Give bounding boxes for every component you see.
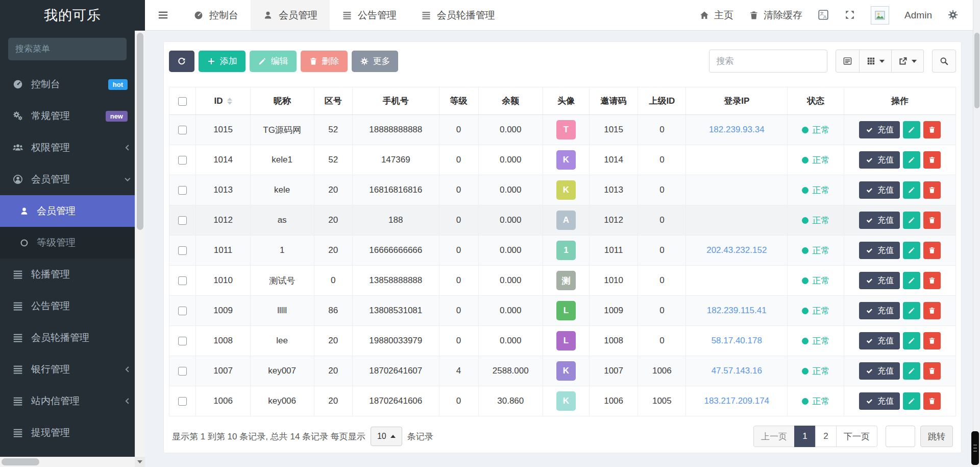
delete-row-button[interactable]: [923, 121, 941, 138]
recharge-button[interactable]: 充值: [859, 121, 900, 138]
delete-row-button[interactable]: [923, 362, 941, 380]
recharge-button[interactable]: 充值: [859, 392, 900, 410]
login-ip-link[interactable]: 182.239.115.41: [707, 306, 767, 315]
login-ip-link[interactable]: 47.57.143.16: [712, 366, 762, 376]
row-checkbox[interactable]: [178, 367, 187, 376]
sidebar-subitem-level-manage[interactable]: 等级管理: [0, 227, 145, 259]
sidebar-item-members[interactable]: 会员管理: [0, 164, 145, 195]
search-button[interactable]: [932, 50, 956, 73]
edit-row-button[interactable]: [903, 392, 920, 410]
login-ip-link[interactable]: 202.43.232.152: [706, 245, 767, 255]
tab-console[interactable]: 控制台: [181, 0, 251, 30]
scrollbar-corner-button[interactable]: [135, 457, 145, 467]
prev-page-button[interactable]: 上一页: [753, 426, 795, 447]
edit-row-button[interactable]: [903, 151, 920, 169]
row-checkbox[interactable]: [178, 216, 187, 225]
sidebar-item-general[interactable]: 常规管理 new: [0, 100, 145, 132]
fullscreen-button[interactable]: [844, 9, 855, 20]
next-page-button[interactable]: 下一页: [836, 426, 877, 447]
scrollbar-thumb[interactable]: [974, 33, 979, 108]
home-link[interactable]: 主页: [699, 9, 733, 22]
sidebar-subitem-member-manage[interactable]: 会员管理: [0, 195, 145, 227]
delete-row-button[interactable]: [923, 332, 941, 349]
edit-row-button[interactable]: [903, 302, 920, 319]
jump-page-input[interactable]: [886, 426, 915, 447]
row-checkbox[interactable]: [178, 246, 187, 255]
delete-row-button[interactable]: [923, 181, 941, 199]
scrollbar-thumb[interactable]: [137, 33, 143, 230]
row-checkbox[interactable]: [178, 276, 187, 285]
sidebar-item-member-carousel[interactable]: 会员轮播管理: [0, 322, 145, 354]
edit-row-button[interactable]: [903, 242, 920, 259]
sidebar-search-input[interactable]: [15, 44, 128, 54]
recharge-button[interactable]: 充值: [859, 302, 900, 319]
recharge-button[interactable]: 充值: [859, 212, 900, 229]
column-id[interactable]: ID: [196, 87, 250, 115]
recharge-button[interactable]: 充值: [859, 272, 900, 289]
table-search-input[interactable]: [709, 50, 827, 73]
recharge-button[interactable]: 充值: [859, 362, 900, 380]
sidebar-item-announcement[interactable]: 公告管理: [0, 290, 145, 322]
detail-view-button[interactable]: [836, 50, 860, 73]
page-vertical-scrollbar[interactable]: [973, 0, 980, 467]
user-avatar[interactable]: [871, 6, 889, 25]
tab-announcement[interactable]: 公告管理: [330, 0, 409, 30]
jump-button[interactable]: 跳转: [920, 426, 953, 447]
columns-button[interactable]: [860, 50, 892, 73]
recharge-button[interactable]: 充值: [859, 242, 900, 259]
sidebar-item-permissions[interactable]: 权限管理: [0, 132, 145, 164]
recharge-button[interactable]: 充值: [859, 332, 900, 349]
delete-row-button[interactable]: [923, 212, 941, 229]
page-button-2[interactable]: 2: [815, 426, 837, 447]
delete-row-button[interactable]: [923, 392, 941, 410]
clear-cache-link[interactable]: 清除缓存: [749, 9, 802, 22]
edit-row-button[interactable]: [903, 362, 920, 380]
recharge-button[interactable]: 充值: [859, 151, 900, 169]
delete-row-button[interactable]: [923, 272, 941, 289]
trash-icon: [928, 397, 936, 405]
sidebar-item-console[interactable]: 控制台 hot: [0, 68, 145, 100]
floating-handle[interactable]: [971, 431, 979, 465]
refresh-button[interactable]: [169, 51, 194, 72]
sidebar-item-bank[interactable]: 银行管理: [0, 354, 145, 385]
sidebar-item-withdraw[interactable]: 提现管理: [0, 417, 145, 449]
export-button[interactable]: [892, 50, 924, 73]
tab-member-manage[interactable]: 会员管理: [251, 0, 330, 30]
sidebar-toggle-button[interactable]: [145, 0, 181, 30]
delete-row-button[interactable]: [923, 151, 941, 169]
delete-row-button[interactable]: [923, 242, 941, 259]
edit-row-button[interactable]: [903, 181, 920, 199]
row-checkbox[interactable]: [178, 337, 187, 345]
row-checkbox[interactable]: [178, 186, 187, 195]
edit-row-button[interactable]: [903, 332, 920, 349]
edit-row-button[interactable]: [903, 272, 920, 289]
delete-button[interactable]: 删除: [301, 51, 348, 72]
sidebar-horizontal-scrollbar[interactable]: [0, 457, 135, 467]
row-checkbox[interactable]: [178, 156, 187, 165]
select-all-checkbox[interactable]: [178, 97, 187, 106]
row-checkbox[interactable]: [178, 307, 187, 315]
scrollbar-thumb[interactable]: [2, 458, 39, 465]
edit-row-button[interactable]: [903, 212, 920, 229]
recharge-button[interactable]: 充值: [859, 181, 900, 199]
add-button[interactable]: 添加: [199, 51, 246, 72]
row-checkbox[interactable]: [178, 397, 187, 406]
tab-member-carousel[interactable]: 会员轮播管理: [409, 0, 507, 30]
settings-button[interactable]: [947, 9, 959, 20]
language-button[interactable]: 文A: [818, 9, 829, 20]
username-menu[interactable]: Admin: [904, 10, 932, 21]
login-ip-link[interactable]: 58.17.40.178: [712, 336, 762, 345]
delete-row-button[interactable]: [923, 302, 941, 319]
edit-button[interactable]: 编辑: [250, 51, 297, 72]
login-ip-link[interactable]: 183.217.209.174: [704, 396, 769, 406]
sidebar-item-carousel[interactable]: 轮播管理: [0, 259, 145, 290]
page-size-select[interactable]: 10: [371, 427, 402, 446]
login-ip-link[interactable]: 182.239.93.34: [709, 125, 765, 134]
pencil-icon: [908, 156, 916, 164]
page-button-1[interactable]: 1: [794, 426, 816, 447]
row-checkbox[interactable]: [178, 126, 187, 134]
more-button[interactable]: 更多: [352, 51, 399, 72]
sidebar-vertical-scrollbar[interactable]: [135, 31, 145, 457]
sidebar-item-messages[interactable]: 站内信管理: [0, 385, 145, 417]
edit-row-button[interactable]: [903, 121, 920, 138]
